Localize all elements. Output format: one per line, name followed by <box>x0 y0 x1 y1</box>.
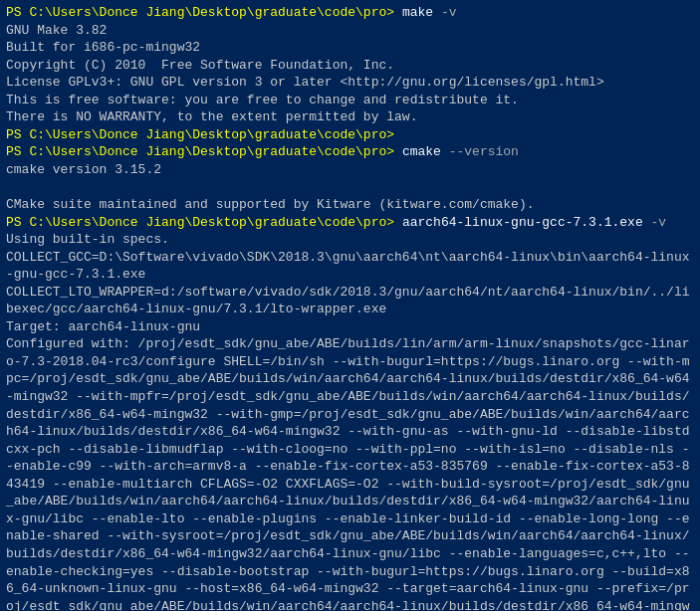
terminal-line: COLLECT_GCC=D:\Software\vivado\SDK\2018.… <box>6 249 694 284</box>
terminal-line: COLLECT_LTO_WRAPPER=d:/software/vivado/s… <box>6 284 694 318</box>
terminal-line: PS C:\Users\Donce Jiang\Desktop\graduate… <box>6 126 694 144</box>
terminal-line: PS C:\Users\Donce Jiang\Desktop\graduate… <box>6 143 694 161</box>
terminal-line: There is NO WARRANTY, to the extent perm… <box>6 108 694 126</box>
terminal-line: Copyright (C) 2010 Free Software Foundat… <box>6 57 694 75</box>
terminal-line: PS C:\Users\Donce Jiang\Desktop\graduate… <box>6 214 694 232</box>
terminal-line: License GPLv3+: GNU GPL version 3 or lat… <box>6 74 694 92</box>
terminal-line: Built for i686-pc-mingw32 <box>6 39 694 57</box>
terminal-line: Configured with: /proj/esdt_sdk/gnu_abe/… <box>6 335 694 611</box>
prompt-text: PS C:\Users\Donce Jiang\Desktop\graduate… <box>6 127 394 142</box>
flag-text: -v <box>433 5 456 20</box>
prompt-text: PS C:\Users\Donce Jiang\Desktop\graduate… <box>6 5 402 20</box>
flag-text: -v <box>643 215 666 230</box>
terminal-line: Using built-in specs. <box>6 231 694 249</box>
command-text: make <box>402 5 433 20</box>
terminal-line <box>6 178 694 196</box>
terminal-line: cmake version 3.15.2 <box>6 161 694 179</box>
terminal-line: This is free software: you are free to c… <box>6 92 694 109</box>
terminal-line: GNU Make 3.82 <box>6 22 694 40</box>
terminal-line: PS C:\Users\Donce Jiang\Desktop\graduate… <box>6 4 694 22</box>
flag-text: --version <box>441 144 519 159</box>
command-text: aarch64-linux-gnu-gcc-7.3.1.exe <box>402 215 643 230</box>
command-text: cmake <box>402 144 441 159</box>
prompt-text: PS C:\Users\Donce Jiang\Desktop\graduate… <box>6 144 402 159</box>
terminal-line: Target: aarch64-linux-gnu <box>6 318 694 336</box>
prompt-text: PS C:\Users\Donce Jiang\Desktop\graduate… <box>6 215 402 230</box>
terminal-window[interactable]: PS C:\Users\Donce Jiang\Desktop\graduate… <box>0 0 700 611</box>
terminal-line: CMake suite maintained and supported by … <box>6 196 694 214</box>
